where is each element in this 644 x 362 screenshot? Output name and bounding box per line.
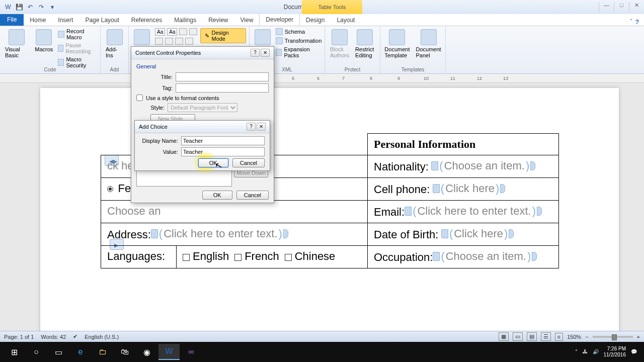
control-checkbox-icon[interactable] xyxy=(175,38,183,45)
addins-button[interactable]: Add-Ins xyxy=(104,28,125,59)
start-button[interactable]: ⊞ xyxy=(4,344,25,360)
qat-more-icon[interactable]: ▾ xyxy=(48,3,56,11)
minimize-ribbon-icon[interactable]: ˇ xyxy=(630,19,632,26)
nationality-placeholder[interactable]: Choose an item. xyxy=(444,159,525,172)
lang-chinese-checkbox[interactable] xyxy=(285,254,292,261)
use-style-checkbox[interactable] xyxy=(136,95,143,101)
notifications-icon[interactable]: 💬 xyxy=(631,349,637,355)
page-status[interactable]: Page: 1 of 1 xyxy=(4,334,34,340)
cell-placeholder[interactable]: Click here xyxy=(445,182,495,195)
design-mode-button[interactable]: ✎Design Mode xyxy=(200,28,246,43)
language-status[interactable]: English (U.S.) xyxy=(85,334,119,340)
tab-design[interactable]: Design xyxy=(300,15,331,26)
title-input[interactable] xyxy=(176,72,269,81)
controls-gallery[interactable] xyxy=(132,28,152,46)
document-area[interactable]: ◂▸ ▸ Personal Information ck here to ent… xyxy=(0,83,644,342)
clock-time[interactable]: 7:26 PM xyxy=(604,346,626,352)
proofing-icon[interactable]: ✔ xyxy=(73,333,77,340)
undo-icon[interactable]: ↶ xyxy=(26,3,34,11)
tab-view[interactable]: View xyxy=(234,15,260,26)
tab-page-layout[interactable]: Page Layout xyxy=(79,15,125,26)
view-draft-icon[interactable]: ≡ xyxy=(555,333,563,341)
tab-references[interactable]: References xyxy=(125,15,168,26)
lang-english-checkbox[interactable] xyxy=(183,254,190,261)
email-placeholder[interactable]: Click here to enter text. xyxy=(417,205,531,218)
style-select[interactable]: Default Paragraph Font xyxy=(168,103,237,112)
dialog-title: Content Control Properties xyxy=(135,50,201,56)
schema-button[interactable]: Schema xyxy=(276,28,322,35)
save-icon[interactable]: 💾 xyxy=(15,3,23,11)
control-combo-icon[interactable] xyxy=(189,28,197,35)
gender-female-radio[interactable] xyxy=(107,186,113,192)
properties-ok-button[interactable]: OK xyxy=(202,191,232,200)
dialog-close-button[interactable]: ✕ xyxy=(257,123,266,131)
zoom-slider[interactable] xyxy=(593,336,633,338)
block-authors-button[interactable]: Block Authors xyxy=(328,28,351,59)
tab-home[interactable]: Home xyxy=(24,15,52,26)
control-dropdown-icon[interactable] xyxy=(155,38,163,45)
properties-cancel-button[interactable]: Cancel xyxy=(236,191,269,200)
control-picture-icon[interactable] xyxy=(179,28,187,35)
file-tab[interactable]: File xyxy=(0,14,24,26)
restrict-editing-button[interactable]: Restrict Editing xyxy=(353,28,377,59)
pause-recording-button[interactable]: Pause Recording xyxy=(58,42,97,54)
structure-button[interactable] xyxy=(253,28,273,46)
document-panel-button[interactable]: Document Panel xyxy=(414,28,443,59)
control-legacy-icon[interactable] xyxy=(185,38,193,45)
redo-icon[interactable]: ↷ xyxy=(37,3,45,11)
zoom-in-button[interactable]: + xyxy=(637,334,640,340)
close-button[interactable]: ✕ xyxy=(629,2,644,12)
minimize-button[interactable]: — xyxy=(599,2,614,12)
visual-studio-icon[interactable]: ∞ xyxy=(181,344,202,360)
control-date-icon[interactable] xyxy=(165,38,173,45)
word-taskbar-icon[interactable]: W xyxy=(158,344,180,360)
edge-icon[interactable]: e xyxy=(70,344,91,360)
value-input[interactable] xyxy=(181,147,265,156)
network-icon[interactable]: 🖧 xyxy=(583,349,588,355)
expansion-packs-button[interactable]: Expansion Packs xyxy=(276,46,322,58)
control-rt-icon[interactable]: Aa xyxy=(155,28,165,36)
view-full-screen-icon[interactable]: ▭ xyxy=(513,332,523,341)
control-plain-icon[interactable]: Aa xyxy=(167,28,177,36)
dialog-help-button[interactable]: ? xyxy=(251,49,260,57)
tag-input[interactable] xyxy=(176,83,269,93)
explorer-icon[interactable]: 🗀 xyxy=(92,344,113,360)
add-choice-dialog: Add Choice ? ✕ Display Name: Value: OK C… xyxy=(134,120,270,171)
store-icon[interactable]: 🛍 xyxy=(114,344,135,360)
dialog-help-button[interactable]: ? xyxy=(247,123,256,131)
visual-basic-button[interactable]: Visual Basic xyxy=(3,28,30,59)
occupation-placeholder[interactable]: Choose an item. xyxy=(446,250,526,263)
tray-up-icon[interactable]: ˄ xyxy=(575,349,578,355)
help-icon[interactable]: ? xyxy=(635,19,639,26)
chrome-icon[interactable]: ◉ xyxy=(136,344,157,360)
display-name-input[interactable] xyxy=(181,136,265,145)
record-macro-button[interactable]: Record Macro xyxy=(58,28,97,40)
address-placeholder[interactable]: Click here to enter text. xyxy=(164,227,277,240)
view-web-icon[interactable]: ▤ xyxy=(527,332,537,341)
add-choice-ok-button[interactable]: OK xyxy=(198,158,228,167)
dialog-close-button[interactable]: ✕ xyxy=(261,49,270,57)
tab-mailings[interactable]: Mailings xyxy=(168,15,202,26)
tab-review[interactable]: Review xyxy=(202,15,234,26)
lang-french-checkbox[interactable] xyxy=(234,254,242,261)
zoom-level[interactable]: 150% xyxy=(567,334,581,340)
view-outline-icon[interactable]: ☰ xyxy=(541,332,551,341)
tab-developer[interactable]: Developer xyxy=(259,14,300,26)
macros-button[interactable]: Macros xyxy=(33,28,55,53)
view-print-layout-icon[interactable]: ▦ xyxy=(499,332,509,341)
horizontal-ruler[interactable]: 5678910111213 xyxy=(0,74,644,83)
tab-layout[interactable]: Layout xyxy=(331,15,361,26)
dob-placeholder[interactable]: Click here xyxy=(454,227,503,240)
add-choice-cancel-button[interactable]: Cancel xyxy=(232,158,265,167)
maximize-button[interactable]: □ xyxy=(614,2,629,12)
volume-icon[interactable]: 🔊 xyxy=(593,349,599,355)
search-icon[interactable]: ○ xyxy=(26,344,47,360)
transformation-button[interactable]: Transformation xyxy=(276,37,322,44)
task-view-icon[interactable]: ▭ xyxy=(48,344,69,360)
document-template-button[interactable]: Document Template xyxy=(382,28,412,59)
clock-date[interactable]: 11/2/2016 xyxy=(604,352,626,358)
zoom-out-button[interactable]: − xyxy=(585,334,588,340)
choose-placeholder[interactable]: Choose an xyxy=(107,205,160,217)
tab-insert[interactable]: Insert xyxy=(52,15,79,26)
word-count[interactable]: Words: 42 xyxy=(41,334,66,340)
